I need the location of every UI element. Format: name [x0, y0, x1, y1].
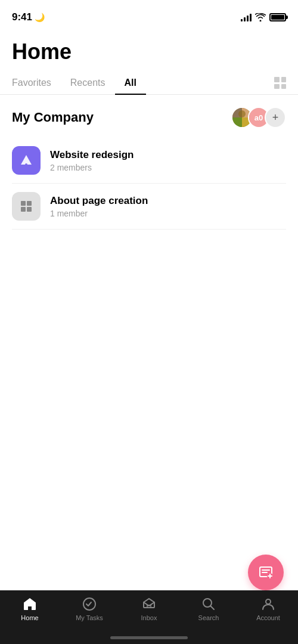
avatar-add-label: +: [272, 112, 279, 124]
wifi-icon: [255, 13, 266, 21]
tab-all[interactable]: All: [115, 72, 146, 94]
grid-toggle-button[interactable]: [274, 77, 286, 89]
project-icon-about: [12, 192, 41, 221]
project-info-about: About page creation 1 member: [50, 195, 286, 218]
section-header: My Company a0: [12, 107, 286, 128]
tabs-bar: Favorites Recents All: [0, 72, 298, 95]
battery-icon: [269, 13, 286, 21]
time-display: 9:41: [12, 11, 32, 23]
tab-bar-home[interactable]: Home: [0, 596, 60, 621]
project-members-website: 2 members: [50, 163, 286, 172]
tab-bar-search-label: Search: [198, 614, 219, 621]
svg-rect-8: [27, 201, 32, 206]
status-icons: [241, 13, 286, 21]
moon-icon: 🌙: [35, 13, 45, 22]
home-indicator: [110, 636, 188, 639]
grid-icon: [274, 77, 286, 89]
tab-bar-mytasks-label: My Tasks: [76, 614, 103, 621]
page-title: Home: [0, 30, 298, 72]
project-name-about: About page creation: [50, 195, 286, 207]
tab-bar-home-label: Home: [21, 614, 38, 621]
project-icon-website: [12, 146, 41, 175]
svg-rect-10: [27, 207, 32, 212]
svg-rect-7: [21, 201, 26, 206]
tab-favorites[interactable]: Favorites: [12, 72, 61, 94]
svg-marker-5: [21, 155, 32, 165]
svg-rect-9: [21, 207, 26, 212]
fab-button[interactable]: [248, 555, 284, 590]
tab-bar-mytasks[interactable]: My Tasks: [60, 596, 119, 621]
svg-point-15: [266, 599, 271, 604]
tab-bar-account-label: Account: [256, 614, 280, 621]
project-members-about: 1 member: [50, 209, 286, 218]
avatars-group: a0 +: [231, 107, 286, 128]
tab-recents[interactable]: Recents: [61, 72, 115, 94]
project-name-website: Website redesign: [50, 149, 286, 161]
signal-icon: [241, 13, 252, 21]
company-section: My Company a0: [0, 95, 298, 138]
project-info-website: Website redesign 2 members: [50, 149, 286, 172]
tab-bar-inbox[interactable]: Inbox: [119, 596, 179, 621]
project-item-about[interactable]: About page creation 1 member: [12, 184, 286, 230]
project-list: Website redesign 2 members About page cr…: [0, 138, 298, 230]
status-time: 9:41 🌙: [12, 11, 45, 23]
avatar-add[interactable]: +: [265, 107, 286, 128]
svg-rect-2: [232, 117, 242, 127]
tab-bar-inbox-label: Inbox: [141, 614, 157, 621]
tab-bar-search[interactable]: Search: [179, 596, 238, 621]
project-item-website[interactable]: Website redesign 2 members: [12, 138, 286, 184]
main-content: Home Favorites Recents All My Company: [0, 30, 298, 590]
tab-bar: Home My Tasks Inbox Search Account: [0, 590, 298, 644]
svg-point-6: [25, 163, 27, 166]
section-title: My Company: [12, 110, 94, 125]
status-bar: 9:41 🌙: [0, 0, 298, 30]
tab-bar-account[interactable]: Account: [238, 596, 298, 621]
svg-point-4: [238, 110, 246, 117]
